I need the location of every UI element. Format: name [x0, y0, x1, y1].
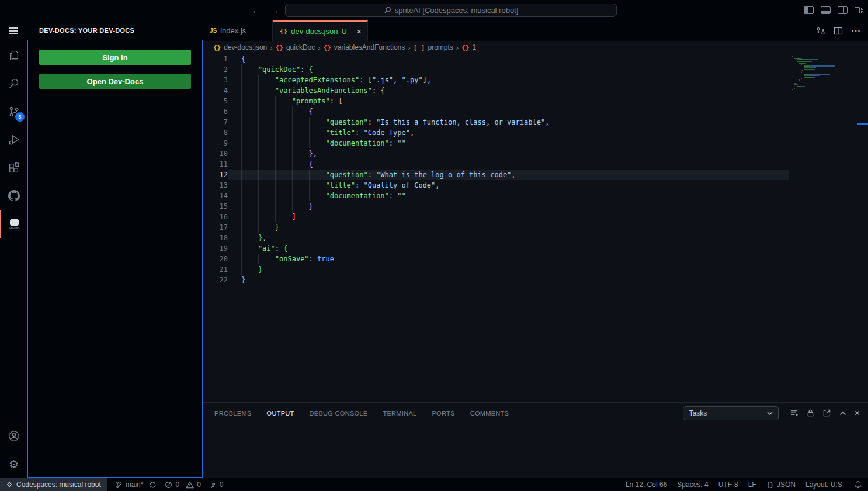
activity-item-account[interactable]: [0, 422, 27, 450]
code-line[interactable]: 14"documentation": "": [203, 191, 868, 201]
minimap-token: [798, 84, 798, 85]
code-line[interactable]: 11{: [203, 159, 868, 170]
panel-tab-output[interactable]: OUTPUT: [267, 404, 294, 421]
code-token: "": [397, 192, 405, 200]
customize-layout-icon[interactable]: [855, 7, 863, 13]
code-line[interactable]: 10},: [203, 148, 868, 159]
cursor-position-item[interactable]: Ln 12, Col 66: [626, 478, 667, 491]
breadcrumb-item-quickdoc[interactable]: {} quickDoc: [276, 43, 315, 51]
tab-devdocs-json[interactable]: {} dev-docs.json U ×: [273, 20, 368, 41]
code-line-content: }: [228, 222, 789, 233]
code-line[interactable]: 2"quickDoc": {: [203, 64, 868, 75]
breadcrumb-item-prompts[interactable]: [ ] prompts: [414, 43, 453, 51]
code-line[interactable]: 7"question": "Is this a function, class,…: [203, 117, 868, 127]
code-line[interactable]: 6{: [203, 106, 868, 117]
toggle-panel-icon[interactable]: [821, 6, 831, 14]
branch-item[interactable]: main*: [115, 478, 157, 491]
code-token: ,: [410, 129, 414, 137]
open-changes-icon[interactable]: [816, 26, 825, 36]
panel-tab-debug-console[interactable]: DEBUG CONSOLE: [310, 404, 368, 421]
code-line[interactable]: 20"onSave": true: [203, 254, 868, 264]
back-arrow-icon[interactable]: ←: [251, 5, 261, 16]
indent-guide: [241, 243, 258, 254]
indentation-item[interactable]: Spaces: 4: [677, 478, 708, 491]
command-center-search[interactable]: spriteAI [Codespaces: musical robot]: [285, 4, 617, 17]
github-icon: [7, 189, 21, 203]
activity-item-github[interactable]: [0, 182, 27, 210]
breadcrumb-item-file[interactable]: {} dev-docs.json: [213, 43, 267, 51]
minimap[interactable]: [792, 55, 859, 89]
panel-tab-comments[interactable]: COMMENTS: [470, 404, 509, 421]
activity-item-devdocs[interactable]: Dev-Docs: [0, 210, 27, 238]
code-line[interactable]: 16]: [203, 212, 868, 222]
panel-tab-ports[interactable]: PORTS: [432, 404, 454, 421]
ports-item[interactable]: 0: [209, 478, 224, 491]
split-editor-icon[interactable]: [834, 26, 843, 36]
code-line[interactable]: 8"title": "Code Type",: [203, 127, 868, 138]
code-line[interactable]: 21}: [203, 264, 868, 275]
activity-item-settings[interactable]: ⚙: [0, 450, 27, 478]
code-line[interactable]: 15}: [203, 201, 868, 212]
breadcrumb-item-variablesandfunctions[interactable]: {} variablesAndFunctions: [324, 43, 405, 51]
close-panel-icon[interactable]: ×: [855, 409, 860, 418]
panel-tab-problems[interactable]: PROBLEMS: [214, 404, 252, 421]
menu-button[interactable]: [0, 20, 27, 42]
open-output-in-editor-icon[interactable]: [822, 409, 831, 417]
code-line-content: "ai": {: [228, 243, 789, 254]
layout-item[interactable]: Layout: U.S.: [805, 478, 844, 491]
code-line[interactable]: 19"ai": {: [203, 243, 868, 254]
indent-guide: [292, 191, 309, 201]
eol-item[interactable]: LF: [748, 478, 756, 491]
code-lines: 1{2"quickDoc": {3"acceptedExtensions": […: [203, 54, 868, 285]
more-actions-icon[interactable]: ⋯: [851, 25, 861, 36]
indent-guide: [292, 148, 309, 159]
indent-guide: [241, 64, 258, 75]
lock-icon[interactable]: [806, 409, 815, 417]
bell-icon[interactable]: [854, 480, 862, 489]
indent-guide: [241, 222, 258, 233]
clear-output-icon[interactable]: [790, 409, 798, 417]
source-control-badge: 5: [15, 112, 25, 122]
problems-item[interactable]: 0 0: [165, 478, 200, 491]
panel-tab-terminal[interactable]: TERMINAL: [383, 404, 416, 421]
json-file-icon: {}: [280, 27, 287, 35]
maximize-panel-icon[interactable]: [839, 409, 847, 417]
indent-guide: [258, 191, 275, 201]
close-tab-icon[interactable]: ×: [357, 27, 362, 36]
toggle-secondary-sidebar-icon[interactable]: [838, 6, 848, 14]
code-line[interactable]: 5"prompts": [: [203, 96, 868, 106]
sign-in-button[interactable]: Sign In: [39, 50, 191, 65]
tab-indexjs[interactable]: JS index.js: [203, 20, 273, 41]
toggle-sidebar-icon[interactable]: [804, 6, 814, 14]
code-token: "ai": [258, 244, 275, 253]
activity-item-run-debug[interactable]: [0, 126, 27, 154]
minimap-token: [803, 86, 805, 87]
activity-item-extensions[interactable]: [0, 154, 27, 182]
language-item[interactable]: {} JSON: [766, 478, 796, 491]
activity-item-search[interactable]: [0, 70, 27, 98]
code-line-content: "documentation": "": [228, 191, 789, 201]
code-editor[interactable]: 1{2"quickDoc": {3"acceptedExtensions": […: [203, 54, 868, 402]
open-devdocs-button[interactable]: Open Dev-Docs: [39, 74, 191, 89]
code-line[interactable]: 17}: [203, 222, 868, 233]
output-channel-select[interactable]: Tasks: [683, 406, 779, 420]
code-line[interactable]: 18},: [203, 233, 868, 243]
activity-item-source-control[interactable]: 5: [0, 98, 27, 126]
code-line[interactable]: 1{: [203, 54, 868, 64]
code-token: "documentation": [325, 192, 388, 200]
activity-item-explorer[interactable]: [0, 42, 27, 70]
line-number: 18: [203, 233, 228, 243]
line-number: 1: [203, 54, 228, 64]
code-line[interactable]: 22}: [203, 275, 868, 285]
breadcrumb-item-index1[interactable]: {} 1: [461, 43, 476, 51]
remote-indicator[interactable]: Codespaces: musical robot: [0, 478, 107, 491]
minimap-token: [814, 69, 815, 70]
code-line[interactable]: 12"question": "What is the log o of this…: [203, 170, 868, 180]
forward-arrow-icon[interactable]: →: [270, 5, 279, 16]
output-content: [203, 423, 868, 478]
code-line[interactable]: 4"variablesAndFunctions": {: [203, 85, 868, 96]
code-line[interactable]: 3"acceptedExtensions": [".js", ".py"],: [203, 75, 868, 85]
code-line[interactable]: 9"documentation": "": [203, 138, 868, 148]
encoding-item[interactable]: UTF-8: [718, 478, 738, 491]
code-line[interactable]: 13"title": "Quality of Code",: [203, 180, 868, 191]
